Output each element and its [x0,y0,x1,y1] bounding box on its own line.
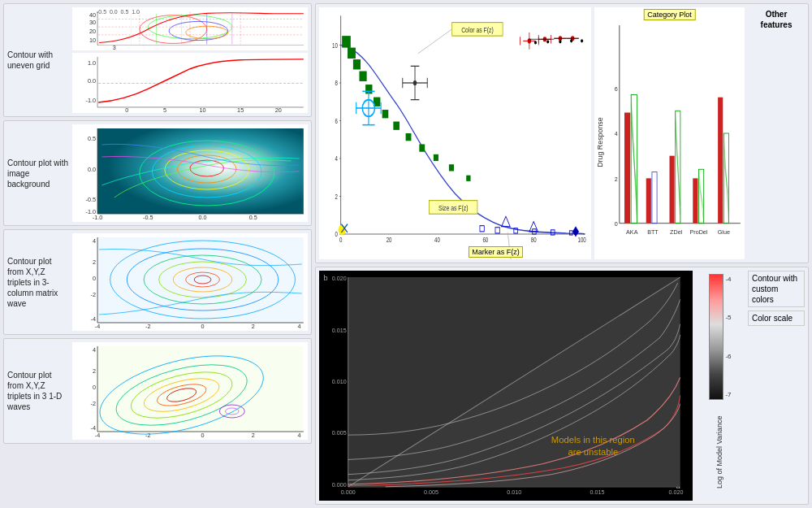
svg-text:60: 60 [482,236,488,244]
svg-rect-65 [97,346,304,432]
bottom-right-labels: Contour with custom colors Color scale [748,271,805,501]
svg-rect-45 [97,237,304,323]
svg-text:BTT: BTT [647,228,659,236]
svg-text:5: 5 [163,107,166,113]
svg-text:4: 4 [298,323,301,330]
svg-rect-109 [353,59,361,69]
contour4-card: Contour plot from X,Y,Z triplets in 3 1-… [3,338,312,444]
svg-text:0.005: 0.005 [332,430,347,436]
contour3-plot: 4 2 0 -2 -4 -4 -2 0 2 4 [72,233,308,331]
svg-text:0.5: 0.5 [88,136,96,142]
svg-rect-115 [406,133,412,141]
svg-rect-108 [348,48,356,59]
svg-text:80: 80 [531,236,537,244]
svg-text:30: 30 [89,20,96,25]
colorscale-values: -4 -5 -6 -7 [725,274,731,400]
svg-text:2: 2 [615,175,618,182]
svg-rect-202 [693,178,698,223]
svg-text:ZDel: ZDel [670,228,683,236]
svg-text:-2: -2 [145,323,150,330]
svg-text:-4: -4 [95,432,100,439]
svg-text:0.5: 0.5 [249,215,257,221]
svg-rect-117 [434,154,438,161]
svg-rect-206 [718,98,723,224]
svg-text:ProDel: ProDel [689,228,707,236]
svg-rect-189 [624,113,630,224]
svg-text:Models in this region: Models in this region [551,435,635,445]
svg-rect-107 [342,36,351,47]
contour1-bottom-plot: 1.0 0.0 -1.0 0 5 10 15 20 [72,53,308,113]
svg-point-157 [534,41,537,44]
svg-text:0.015: 0.015 [332,328,347,334]
svg-text:Glue: Glue [718,228,730,236]
svg-text:Size as F(z): Size as F(z) [438,204,469,212]
svg-text:-0.5: -0.5 [86,197,97,203]
svg-text:Color as F(z): Color as F(z) [461,26,494,34]
svg-text:0: 0 [93,384,96,391]
bottom-card: 0.020 0.015 0.010 0.005 0.000 b 0.000 0.… [315,267,809,505]
svg-text:40: 40 [434,236,440,244]
svg-text:10: 10 [200,107,206,113]
svg-text:Drug Response: Drug Response [597,117,605,167]
svg-text:40: 40 [89,12,96,18]
svg-text:0: 0 [339,236,342,244]
svg-rect-116 [419,144,425,151]
svg-text:1.0: 1.0 [88,60,96,66]
svg-text:0.0: 0.0 [88,79,96,85]
colorscale-container: -4 -5 -6 -7 Log of Model Variance [696,271,745,501]
svg-text:-4: -4 [95,323,100,330]
left-panel: Contour with uneven grid 40 30 20 10 3 [3,3,312,505]
marker-annotation: Marker as F(z) [469,246,523,258]
contour-custom-label: Contour with custom colors [748,271,805,307]
contour1-top-plot: 40 30 20 10 3 [72,7,308,51]
svg-text:0.010: 0.010 [507,489,521,496]
svg-text:are unstable: are unstable [568,447,618,457]
right-labels: Otherfeatures [748,7,805,259]
svg-text:6: 6 [335,117,337,125]
svg-text:0.020: 0.020 [332,276,347,282]
svg-point-158 [546,40,549,43]
svg-point-159 [559,40,561,43]
svg-text:2: 2 [93,259,96,266]
svg-rect-114 [393,122,400,130]
svg-text:-1.0: -1.0 [86,98,97,103]
svg-text:0.000: 0.000 [341,489,356,496]
svg-rect-197 [670,156,675,224]
right-panel: 0 2 4 6 8 10 0 20 40 6 [315,3,809,505]
category-plot: Category Plot 0 2 4 6 Drug Response AKA … [594,7,745,259]
contour2-plot: 0.5 0.0 -0.5 -1.0 -1.0 -0.5 0.0 0.5 [72,124,308,222]
svg-rect-29 [97,128,304,214]
svg-text:10: 10 [332,41,338,50]
svg-text:4: 4 [298,432,301,439]
svg-text:20: 20 [275,107,282,113]
svg-text:0.0: 0.0 [199,215,207,221]
log-label: Log of Model Variance [715,403,725,501]
svg-text:0: 0 [335,230,337,238]
svg-text:6: 6 [615,85,618,93]
svg-text:2: 2 [335,193,337,201]
svg-point-160 [570,39,572,42]
contour1-card: Contour with uneven grid 40 30 20 10 3 [3,3,312,117]
svg-text:4: 4 [615,130,618,137]
colorscale-label: Color scale [748,310,805,326]
svg-text:0.020: 0.020 [669,489,684,496]
svg-rect-195 [646,178,651,223]
contour2-card: Contour plot with image background [3,120,312,226]
svg-point-143 [339,225,346,235]
svg-rect-113 [382,110,389,118]
svg-text:-2: -2 [91,401,96,407]
svg-text:-4: -4 [91,425,96,432]
contour4-label: Contour plot from X,Y,Z triplets in 3 1-… [7,342,72,440]
svg-text:0: 0 [201,432,205,439]
svg-text:20: 20 [89,28,96,34]
svg-text:0.010: 0.010 [332,380,347,386]
svg-text:100: 100 [578,236,586,244]
svg-text:4: 4 [93,347,96,354]
svg-text:4: 4 [335,154,337,163]
svg-text:-0.5: -0.5 [143,215,153,221]
svg-text:0: 0 [93,276,96,282]
category-label: Category Plot [643,9,696,20]
svg-rect-119 [466,176,470,181]
contour4-plot: 4 2 0 -2 -4 -4 -2 0 2 4 [72,342,308,440]
svg-text:2: 2 [252,323,255,330]
